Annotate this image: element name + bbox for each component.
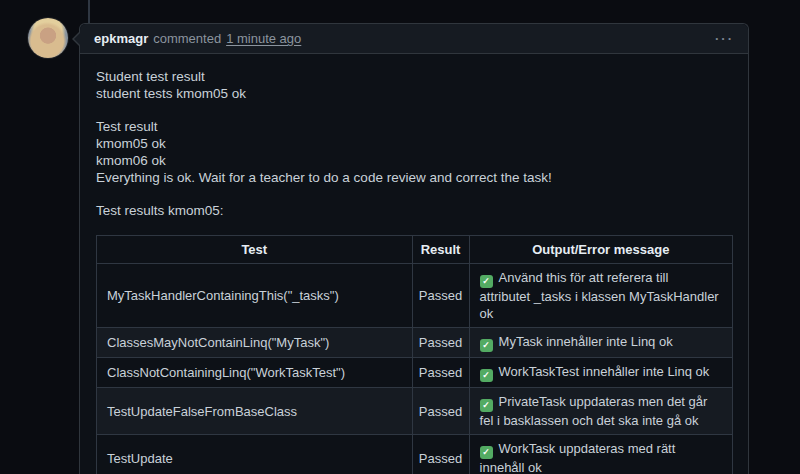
result-cell: Passed xyxy=(412,358,469,388)
table-row: TestUpdate Passed ✓WorkTask uppdateras m… xyxy=(97,435,733,474)
body-line: Student test result xyxy=(96,68,733,85)
comment-timestamp-link[interactable]: 1 minute ago xyxy=(226,31,301,46)
comment-caret xyxy=(72,31,80,47)
message-cell: ✓WorkTaskTest innehåller inte Linq ok xyxy=(469,358,732,388)
comment-action-label: commented xyxy=(153,31,221,46)
comment-author-link[interactable]: epkmagr xyxy=(94,31,148,46)
comment-body: Student test result student tests kmom05… xyxy=(80,54,748,474)
result-cell: Passed xyxy=(412,388,469,435)
body-line: kmom05 ok xyxy=(96,135,733,152)
message-text: WorkTask uppdateras med rätt innehåll ok xyxy=(480,441,676,474)
check-emoji-icon: ✓ xyxy=(480,399,493,412)
column-header-message: Output/Error message xyxy=(469,236,732,264)
kebab-menu-icon[interactable]: ··· xyxy=(715,34,734,44)
body-line: Test result xyxy=(96,118,733,135)
column-header-test: Test xyxy=(97,236,413,264)
table-row: MyTaskHandlerContainingThis("_tasks") Pa… xyxy=(97,264,733,328)
test-name-cell: ClassNotContainingLinq("WorkTaskTest") xyxy=(97,358,413,388)
test-name-cell: ClassesMayNotContainLinq("MyTask") xyxy=(97,328,413,358)
column-header-result: Result xyxy=(412,236,469,264)
result-cell: Passed xyxy=(412,264,469,328)
test-results-table: Test Result Output/Error message MyTaskH… xyxy=(96,235,733,474)
message-cell: ✓MyTask innehåller inte Linq ok xyxy=(469,328,732,358)
paragraph: Student test result student tests kmom05… xyxy=(96,68,733,102)
message-text: PrivateTask uppdateras men det går fel i… xyxy=(480,394,708,428)
check-emoji-icon: ✓ xyxy=(480,275,493,288)
paragraph: Test result kmom05 ok kmom06 ok Everythi… xyxy=(96,118,733,186)
table-row: TestUpdateFalseFromBaseClass Passed ✓Pri… xyxy=(97,388,733,435)
check-emoji-icon: ✓ xyxy=(480,339,493,352)
message-text: MyTask innehåller inte Linq ok xyxy=(499,334,673,349)
message-text: WorkTaskTest innehåller inte Linq ok xyxy=(499,364,710,379)
message-cell: ✓Använd this för att referera till attri… xyxy=(469,264,732,328)
table-row: ClassNotContainingLinq("WorkTaskTest") P… xyxy=(97,358,733,388)
avatar[interactable] xyxy=(28,18,68,58)
timeline-line xyxy=(88,0,90,24)
message-cell: ✓WorkTask uppdateras med rätt innehåll o… xyxy=(469,435,732,474)
check-emoji-icon: ✓ xyxy=(480,369,493,382)
test-name-cell: TestUpdateFalseFromBaseClass xyxy=(97,388,413,435)
test-name-cell: MyTaskHandlerContainingThis("_tasks") xyxy=(97,264,413,328)
body-line: Test results kmom05: xyxy=(96,202,733,219)
result-cell: Passed xyxy=(412,328,469,358)
message-text: Använd this för att referera till attrib… xyxy=(480,270,719,321)
result-cell: Passed xyxy=(412,435,469,474)
message-cell: ✓PrivateTask uppdateras men det går fel … xyxy=(469,388,732,435)
table-header-row: Test Result Output/Error message xyxy=(97,236,733,264)
table-row: ClassesMayNotContainLinq("MyTask") Passe… xyxy=(97,328,733,358)
comment-header: epkmagr commented 1 minute ago ··· xyxy=(80,24,748,54)
comment-card: epkmagr commented 1 minute ago ··· Stude… xyxy=(79,23,749,474)
page: { "comment": { "author": "epkmagr", "act… xyxy=(0,0,800,474)
body-line: student tests kmom05 ok xyxy=(96,85,733,102)
check-emoji-icon: ✓ xyxy=(480,446,493,459)
paragraph: Test results kmom05: xyxy=(96,202,733,219)
test-name-cell: TestUpdate xyxy=(97,435,413,474)
body-line: Everything is ok. Wait for a teacher to … xyxy=(96,169,733,186)
body-line: kmom06 ok xyxy=(96,152,733,169)
